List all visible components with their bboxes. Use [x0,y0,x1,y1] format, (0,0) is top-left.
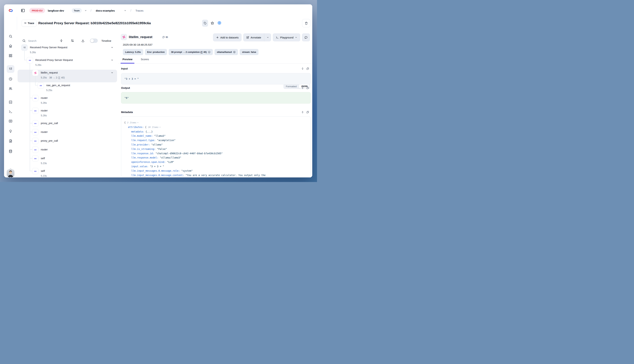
copy-id-button[interactable]: ID [161,34,169,40]
project-chevron-down-icon[interactable] [124,9,126,12]
organization-chevron-down-icon[interactable] [84,9,87,12]
timeline-toggle[interactable] [90,38,98,43]
observation-badges: Latency: 5.25sEnv: production38 prompt →… [123,49,259,55]
json-line: llm.provider: "ollama" [124,142,309,147]
bookmark-star-button[interactable] [210,21,215,25]
sidebar-toggle-button[interactable] [21,8,25,13]
sidebar-item-annotation-queues[interactable] [7,138,14,144]
tree-connector [30,63,30,171]
observation-badge: Env: production [145,49,167,55]
chevron-down-icon [295,36,297,38]
collapse-all-icon[interactable] [60,39,63,42]
tree-row-proxy-pre-call[interactable]: ↔proxy_pre_call [18,138,117,146]
tree-row-router[interactable]: ↔router [18,129,117,138]
sidebar-item-dashboards[interactable] [7,52,14,59]
collapse-section-icon[interactable] [301,111,304,114]
tree-row-duration: 5.26s [30,50,36,54]
tree-row-received-proxy-server-request[interactable]: ↔Received Proxy Server Request5.26s [18,57,117,70]
json-collapse-toggle[interactable]: 20 Items [148,126,161,128]
trash-icon [305,22,308,25]
playground-button[interactable]: Playground [273,33,300,42]
sidebar-item-traces[interactable] [7,65,15,73]
info-icon[interactable] [208,51,210,53]
public-share-button[interactable] [217,21,222,26]
organization-name[interactable]: langfuse-dev [48,9,64,12]
tree-row-litellm-request[interactable]: litellm_request5.25s38 → 2 (∑ 40) [18,70,117,82]
metadata-json-lines: { 3 Itemsattributes: { 20 Itemsmetadata:… [124,120,309,177]
observation-badge: stream: false [240,49,258,55]
left-icon-rail [4,17,17,178]
tree-row-label: router [41,129,48,135]
tree-row-router[interactable]: ↔router5.26s [18,108,117,120]
row-chevron-down-icon[interactable] [111,58,114,62]
tree-search-input[interactable]: Search [28,39,37,42]
tree-row-label: router [41,146,48,152]
sidebar-item-search[interactable] [7,33,14,40]
json-collapse-toggle[interactable]: 3 Items [127,121,139,124]
tab-preview[interactable]: Preview [122,56,132,63]
plus-icon [216,36,219,39]
copy-icon[interactable] [306,86,309,89]
breadcrumb-section[interactable]: Traces [135,9,143,12]
json-line: llm.request.type: "acompletion" [124,138,309,142]
tree-row-router[interactable]: ↔router [18,146,117,155]
tab-scores[interactable]: Scores [141,56,149,63]
annotate-dropdown-chevron[interactable] [264,33,271,42]
copy-icon [162,36,165,38]
tree-row-label: litellm_request [41,70,58,76]
copy-icon[interactable] [306,67,309,70]
sidebar-item-scores[interactable] [7,118,14,124]
output-content: "6" [121,92,311,104]
sidebar-item-sessions[interactable] [7,76,14,82]
desktop-background: PROD-EU langfuse-dev Team / docs-example… [0,0,317,182]
sidebar-item-evaluators[interactable] [7,128,14,134]
download-icon[interactable] [81,39,85,42]
output-section-label: Output [121,86,130,90]
tree-row-raw-gen-ai-request[interactable]: ↔raw_gen_ai_request5.25s [18,82,117,95]
trace-type-badge: Trace [22,20,37,27]
annotate-button[interactable]: Annotate [243,33,264,42]
collapse-section-icon[interactable] [301,67,304,70]
comments-button[interactable] [302,33,310,42]
tag-button[interactable] [202,20,208,27]
copy-icon[interactable] [306,111,309,114]
tree-row-label: proxy_pre_call [41,138,58,144]
row-chevron-down-icon[interactable] [111,71,114,74]
tree-row-label: router [41,95,48,101]
input-section-icons [301,67,309,70]
project-name[interactable]: docs-examples [96,9,115,12]
plus-circle-icon[interactable] [233,51,236,53]
trace-tree-panel: Search [17,30,118,178]
observation-title: litellm_request [129,34,152,40]
tree-row-duration: 5.25s38 → 2 (∑ 40) [41,76,65,80]
row-chevron-down-icon[interactable] [111,46,114,49]
sidebar-item-datasets[interactable] [7,148,14,155]
tree-row-label: router [41,108,48,114]
sidebar-item-users[interactable] [7,85,14,92]
input-section-label: Input [121,67,128,70]
json-line: attributes: { 20 Items [124,125,309,130]
toggle-formatted[interactable]: Formatted [284,85,299,88]
sidebar-item-home[interactable] [7,42,14,50]
langfuse-logo-icon [9,8,13,13]
tree-settings-icon[interactable] [71,39,74,42]
json-line: llm.response.model: "ollama/llama3" [124,156,309,160]
user-avatar[interactable] [7,169,15,177]
sidebar-item-playground[interactable] [7,108,14,115]
tree-row-proxy-pre-call[interactable]: ↔proxy_pre_call [18,120,117,129]
collapse-section-icon[interactable] [301,86,304,89]
sidebar-item-prompts[interactable] [7,99,14,106]
add-to-datasets-button[interactable]: Add to datasets [213,33,242,42]
tree-row-router[interactable]: ↔router5.26s [18,95,117,108]
tree-row-label: proxy_pre_call [41,120,58,126]
environment-badge: PROD-EU [29,8,45,13]
tree-connector [24,50,25,60]
annotate-button-group: Annotate [243,33,271,42]
tree-row-self[interactable]: ↔self5.23s [18,168,117,178]
tree-connector [24,60,27,60]
json-line: llm.input_messages.0.message.content: "Y… [124,173,309,177]
delete-trace-button[interactable] [302,19,310,28]
json-line: llm.input_messages.0.message.role: "syst… [124,169,309,173]
tree-row-received-proxy-server-request[interactable]: Received Proxy Server Request5.26s [18,44,117,57]
tree-row-self[interactable]: ↔self5.23s [18,155,117,168]
